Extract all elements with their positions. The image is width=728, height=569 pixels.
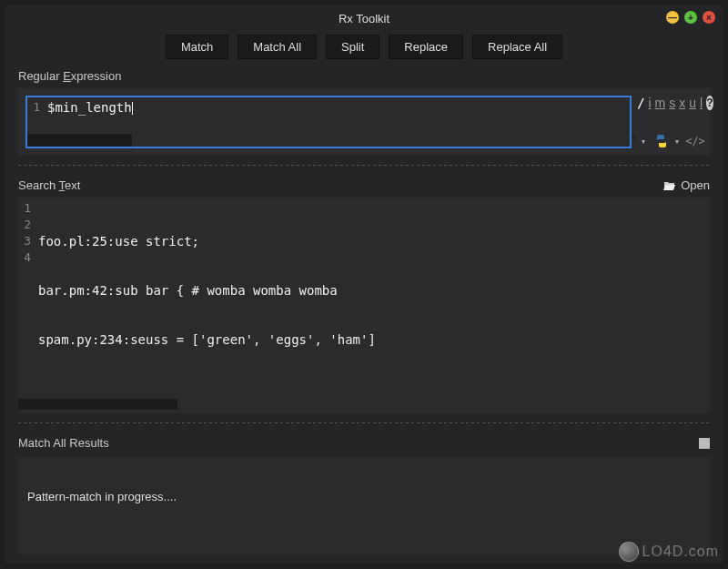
regex-flags-panel: / i m s x u l ? ▾ ▾ </> xyxy=(637,96,703,148)
python-icon[interactable] xyxy=(654,134,669,148)
regex-input[interactable]: 1 $min_length xyxy=(25,96,632,148)
search-gutter: 1 2 3 4 xyxy=(18,198,35,266)
search-scrollbar[interactable] xyxy=(18,399,177,410)
regex-text: $min_length xyxy=(27,97,630,115)
regex-delimiter: / xyxy=(637,96,644,110)
close-button[interactable]: × xyxy=(703,11,715,24)
minimize-button[interactable]: — xyxy=(666,11,679,24)
window-title: Rx Toolkit xyxy=(339,12,389,25)
folder-open-icon xyxy=(663,180,676,191)
regex-area: 1 $min_length / i m s x u l ? xyxy=(18,88,710,156)
mode-toolbar: Match Match All Split Replace Replace Al… xyxy=(5,31,723,62)
search-section-header: Search Text Open xyxy=(18,178,710,198)
window-controls: — + × xyxy=(666,11,715,24)
results-label: Match All Results xyxy=(18,436,109,450)
flag-l[interactable]: l xyxy=(700,96,703,110)
export-caret-icon[interactable]: ▾ xyxy=(642,137,645,146)
code-line: foo.pl:25:use strict; xyxy=(38,233,710,249)
search-text-section: Search Text Open 1 2 3 4 foo.pl:25:use s… xyxy=(5,171,723,417)
search-label-suffix: ext xyxy=(65,178,80,192)
stop-button[interactable] xyxy=(699,438,710,449)
replace-all-button[interactable]: Replace All xyxy=(472,35,562,59)
title-bar: Rx Toolkit — + × xyxy=(5,5,723,31)
code-icon[interactable]: </> xyxy=(688,134,703,148)
search-text-input[interactable]: 1 2 3 4 foo.pl:25:use strict; bar.pm:42:… xyxy=(18,198,710,413)
watermark: LO4D.com xyxy=(619,542,719,562)
flag-x[interactable]: x xyxy=(679,96,685,110)
flag-u[interactable]: u xyxy=(689,96,696,110)
results-section-header-row: Match All Results xyxy=(5,429,723,457)
results-area: Pattern-match in progress.... xyxy=(18,457,710,554)
code-line: spam.py:234:seuss = ['green', 'eggs', 'h… xyxy=(38,331,710,348)
divider xyxy=(18,165,710,166)
flag-m[interactable]: m xyxy=(655,96,666,110)
regex-section: Regular Expression 1 $min_length / i m s… xyxy=(5,62,723,159)
split-button[interactable]: Split xyxy=(326,35,379,59)
regex-label-accel: E xyxy=(63,69,71,83)
search-label-prefix: Search xyxy=(18,178,59,192)
help-icon[interactable]: ? xyxy=(706,96,713,110)
code-line: bar.pm:42:sub bar { # womba womba womba xyxy=(38,282,710,299)
regex-section-header: Regular Expression xyxy=(18,69,710,88)
open-label: Open xyxy=(681,178,710,192)
text-cursor xyxy=(132,102,133,115)
open-file-button[interactable]: Open xyxy=(663,178,710,192)
match-button[interactable]: Match xyxy=(166,35,228,59)
watermark-text: LO4D.com xyxy=(642,544,719,560)
divider xyxy=(18,422,710,423)
replace-button[interactable]: Replace xyxy=(389,35,463,59)
search-text-lines: foo.pl:25:use strict; bar.pm:42:sub bar … xyxy=(18,198,710,413)
regex-label-prefix: Regular xyxy=(18,69,63,83)
flag-s[interactable]: s xyxy=(669,96,675,110)
maximize-button[interactable]: + xyxy=(684,11,697,24)
results-status-text: Pattern-match in progress.... xyxy=(27,490,177,503)
app-window: Rx Toolkit — + × Match Match All Split R… xyxy=(5,5,723,564)
lang-caret-icon[interactable]: ▾ xyxy=(675,137,679,146)
globe-icon xyxy=(619,542,639,562)
flag-i[interactable]: i xyxy=(648,96,651,110)
regex-scrollbar[interactable] xyxy=(27,134,132,147)
regex-label-suffix: xpression xyxy=(71,69,122,83)
match-all-button[interactable]: Match All xyxy=(238,35,317,59)
